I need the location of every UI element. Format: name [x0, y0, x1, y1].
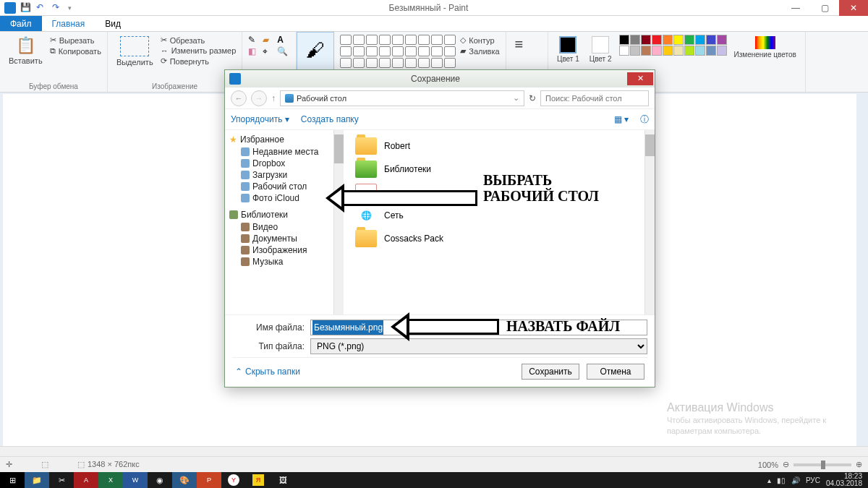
tree-scrollbar[interactable] [333, 130, 344, 314]
save-icon[interactable]: 💾 [20, 2, 32, 14]
eraser-icon[interactable]: ◧ [248, 46, 261, 56]
tab-home[interactable]: Главная [42, 16, 95, 31]
color2-button[interactable]: Цвет 2 [587, 35, 615, 64]
file-item-blank[interactable] [348, 181, 640, 204]
select-button[interactable]: Выделить [114, 35, 156, 68]
rotate-button[interactable]: ⟳Повернуть [161, 56, 237, 67]
fill-icon[interactable]: ▰ [263, 35, 276, 45]
view-options-button[interactable]: ▦ ▾ [614, 114, 629, 124]
tb-photos[interactable]: 🖼 [271, 472, 295, 488]
file-item-robert[interactable]: Robert [348, 134, 640, 158]
tree-lib-item[interactable]: Музыка [228, 256, 330, 267]
tb-yandex2[interactable]: Я [252, 474, 264, 486]
color-swatch[interactable] [630, 46, 640, 56]
color-swatch[interactable] [673, 46, 684, 56]
file-item-network[interactable]: 🌐Сеть [348, 204, 640, 227]
tb-chrome[interactable]: ◉ [148, 472, 172, 488]
resize-button[interactable]: ↔Изменить размер [161, 46, 237, 56]
outline-button[interactable]: ◇Контур [460, 35, 499, 46]
tab-view[interactable]: Вид [95, 16, 131, 31]
search-input[interactable] [540, 90, 649, 106]
color-swatch[interactable] [630, 35, 640, 45]
tree-fav-item[interactable]: Недавние места [228, 146, 330, 158]
edit-colors-button[interactable]: Изменение цветов [731, 35, 799, 60]
tray-lang[interactable]: РУС [806, 476, 820, 484]
tab-file[interactable]: Файл [0, 16, 42, 31]
nav-up-icon[interactable]: ↑ [271, 93, 276, 103]
tb-word[interactable]: W [123, 472, 148, 488]
refresh-icon[interactable]: ↻ [529, 93, 536, 103]
tray-up-icon[interactable]: ▴ [767, 476, 771, 484]
hide-folders-button[interactable]: ⌃Скрыть папки [235, 367, 300, 377]
nav-fwd-button[interactable]: → [251, 90, 267, 106]
fillshape-button[interactable]: ▰Заливка [460, 46, 499, 56]
filetype-select[interactable]: PNG (*.png) [310, 338, 647, 354]
qat-dropdown-icon[interactable]: ▾ [68, 4, 72, 12]
cut-button[interactable]: ✂Вырезать [50, 35, 101, 46]
cancel-button[interactable]: Отмена [587, 364, 644, 380]
tb-powerpoint[interactable]: P [197, 472, 221, 488]
organize-button[interactable]: Упорядочить ▾ [231, 114, 289, 124]
tree-fav-item[interactable]: Dropbox [228, 158, 330, 169]
tree-libraries[interactable]: Библиотеки [228, 208, 330, 221]
color-swatch[interactable] [717, 46, 727, 56]
chevron-down-icon[interactable]: ⌄ [513, 93, 519, 103]
nav-back-button[interactable]: ← [231, 90, 247, 106]
brush-button[interactable]: 🖌 [303, 35, 328, 64]
filename-input[interactable] [310, 320, 647, 335]
color-swatch[interactable] [652, 46, 662, 56]
undo-icon[interactable]: ↶ [36, 2, 48, 14]
tb-adobe[interactable]: A [74, 472, 98, 488]
file-list[interactable]: Robert Библиотеки 🌐Сеть Cossacks Pack [344, 130, 644, 314]
start-button[interactable]: ⊞ [0, 472, 25, 488]
tree-fav-item[interactable]: Фото iCloud [228, 192, 330, 204]
redo-icon[interactable]: ↷ [52, 2, 64, 14]
file-item-libraries[interactable]: Библиотеки [348, 158, 640, 181]
dlg-close-button[interactable]: ✕ [627, 72, 653, 85]
paste-button[interactable]: 📋 Вставить [6, 35, 46, 67]
color-swatch[interactable] [706, 35, 716, 45]
tray-volume-icon[interactable]: 🔊 [791, 476, 800, 484]
tb-excel[interactable]: X [98, 472, 123, 488]
zoom-slider[interactable] [793, 463, 851, 466]
shapes-gallery[interactable] [340, 35, 456, 68]
color-swatch[interactable] [619, 35, 629, 45]
tree-lib-item[interactable]: Документы [228, 233, 330, 244]
color-swatch[interactable] [695, 35, 705, 45]
tree-fav-item[interactable]: Загрузки [228, 169, 330, 181]
magnify-icon[interactable]: 🔍 [277, 46, 290, 56]
h-scrollbar[interactable] [0, 446, 868, 456]
tray-network-icon[interactable]: ▮▯ [777, 476, 786, 484]
tb-paint[interactable]: 🎨 [172, 472, 197, 488]
zoom-in-button[interactable]: ⊕ [856, 460, 862, 469]
tray-clock[interactable]: 18:2304.03.2018 [826, 473, 862, 487]
color-swatch[interactable] [641, 46, 651, 56]
close-button[interactable]: ✕ [839, 0, 868, 16]
tb-explorer[interactable]: 📁 [25, 472, 49, 488]
color-swatch[interactable] [684, 35, 694, 45]
tree-favorites[interactable]: ★Избранное [228, 133, 330, 146]
color-swatch[interactable] [641, 35, 651, 45]
save-button[interactable]: Сохранить [522, 364, 579, 380]
color-swatch[interactable] [619, 46, 629, 56]
color-swatch[interactable] [663, 46, 673, 56]
picker-icon[interactable]: ⌖ [263, 46, 276, 56]
color-palette[interactable] [619, 35, 727, 56]
size-button[interactable]: ≡ [512, 35, 527, 54]
color-swatch[interactable] [673, 35, 684, 45]
color-swatch[interactable] [706, 46, 716, 56]
maximize-button[interactable]: ▢ [810, 0, 839, 16]
help-icon[interactable]: ⓘ [640, 114, 649, 126]
color-swatch[interactable] [652, 35, 662, 45]
files-scrollbar[interactable] [644, 130, 655, 314]
tree-lib-item[interactable]: Изображения [228, 244, 330, 256]
color1-button[interactable]: Цвет 1 [554, 35, 582, 64]
tb-yandex[interactable]: Y [228, 474, 239, 486]
color-swatch[interactable] [717, 35, 727, 45]
color-swatch[interactable] [684, 46, 694, 56]
text-icon[interactable]: A [277, 35, 290, 45]
file-item-cossacks[interactable]: Cossacks Pack [348, 227, 640, 250]
zoom-out-button[interactable]: ⊖ [783, 460, 789, 469]
tb-snip[interactable]: ✂ [49, 472, 74, 488]
color-swatch[interactable] [695, 46, 705, 56]
